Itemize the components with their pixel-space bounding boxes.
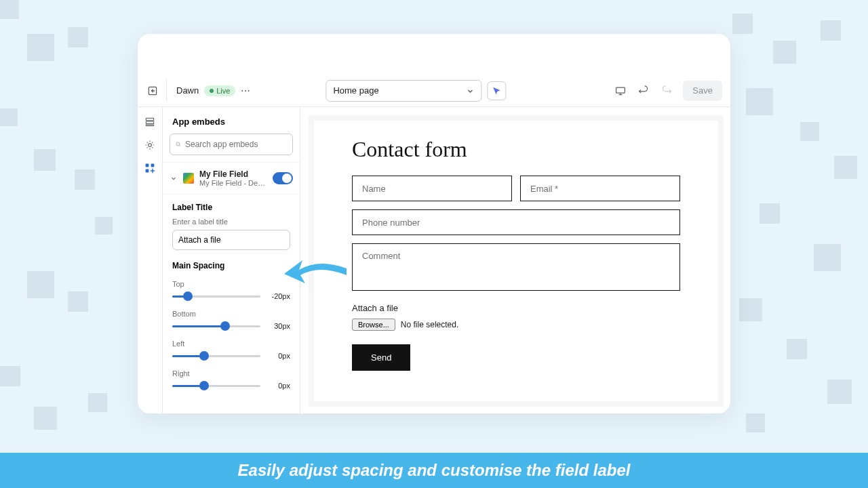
sections-icon[interactable] [143, 115, 157, 129]
email-input[interactable]: Email * [520, 176, 680, 201]
spacing-right-slider[interactable]: Right 0px [163, 365, 300, 395]
page-selector-label: Home page [333, 85, 378, 96]
undo-icon[interactable] [637, 84, 650, 98]
embed-name: My File Field [199, 169, 267, 179]
send-button[interactable]: Send [352, 344, 410, 371]
svg-rect-1 [616, 87, 625, 93]
label-title-heading: Label Title [172, 203, 290, 212]
slider-label: Left [172, 340, 290, 348]
svg-point-9 [176, 142, 180, 146]
svg-point-5 [149, 144, 152, 147]
svg-rect-8 [146, 169, 149, 173]
search-embeds-input[interactable] [170, 134, 293, 155]
comment-textarea[interactable]: Comment [352, 243, 680, 291]
phone-input[interactable]: Phone number [352, 209, 680, 235]
spacing-left-slider[interactable]: Left 0px [163, 336, 300, 365]
sidebar: App embeds My File Field My File Field -… [162, 107, 300, 413]
exit-icon[interactable] [146, 84, 159, 98]
desktop-view-icon[interactable] [614, 84, 627, 98]
search-icon [176, 140, 181, 149]
svg-rect-3 [146, 121, 153, 123]
app-icon [183, 173, 194, 184]
svg-rect-2 [146, 118, 153, 120]
slider-value: 0px [266, 352, 290, 360]
spacing-bottom-slider[interactable]: Bottom 30px [163, 306, 300, 336]
slider-label: Right [172, 369, 290, 378]
preview-pane: Contact form Name Email * Phone number C… [309, 115, 724, 407]
main-spacing-heading: Main Spacing [172, 261, 290, 270]
name-input[interactable]: Name [352, 176, 512, 201]
chevron-down-icon [466, 87, 474, 95]
slider-value: 0px [266, 382, 290, 390]
callout-arrow-icon [282, 248, 350, 296]
theme-settings-icon[interactable] [143, 138, 157, 152]
label-title-input[interactable] [172, 230, 290, 250]
browse-button[interactable]: Browse... [352, 319, 395, 331]
label-title-hint: Enter a label title [172, 218, 290, 226]
app-embed-item[interactable]: My File Field My File Field - Develop... [163, 162, 300, 195]
svg-rect-4 [146, 125, 153, 126]
page-selector[interactable]: Home page [326, 80, 481, 102]
form-title: Contact form [352, 137, 680, 162]
embed-enabled-toggle[interactable] [273, 172, 293, 184]
inspect-button[interactable] [487, 81, 506, 100]
topbar: Dawn Live ⋯ Home page Save [138, 75, 730, 107]
sidebar-heading: App embeds [163, 107, 300, 134]
more-icon[interactable]: ⋯ [241, 85, 250, 96]
spacing-top-slider[interactable]: Top -20px [163, 276, 300, 306]
app-window: Dawn Live ⋯ Home page Save [138, 34, 730, 413]
slider-value: 30px [266, 322, 290, 330]
app-embeds-icon[interactable] [143, 161, 157, 175]
slider-label: Bottom [172, 310, 290, 318]
attach-label: Attach a file [352, 303, 680, 313]
theme-name: Dawn [176, 85, 199, 96]
banner: Easily adjust spacing and customise the … [0, 453, 868, 488]
redo-icon [660, 84, 673, 98]
left-rail [138, 107, 162, 413]
svg-rect-6 [146, 164, 149, 167]
file-status: No file selected. [401, 320, 458, 329]
save-button: Save [683, 81, 722, 101]
svg-rect-7 [151, 164, 155, 167]
banner-text: Easily adjust spacing and customise the … [238, 461, 631, 480]
slider-label: Top [172, 280, 290, 288]
live-badge: Live [204, 85, 235, 96]
chevron-down-icon [170, 175, 178, 182]
embed-subtitle: My File Field - Develop... [199, 179, 267, 187]
search-embeds-field[interactable] [185, 140, 287, 149]
